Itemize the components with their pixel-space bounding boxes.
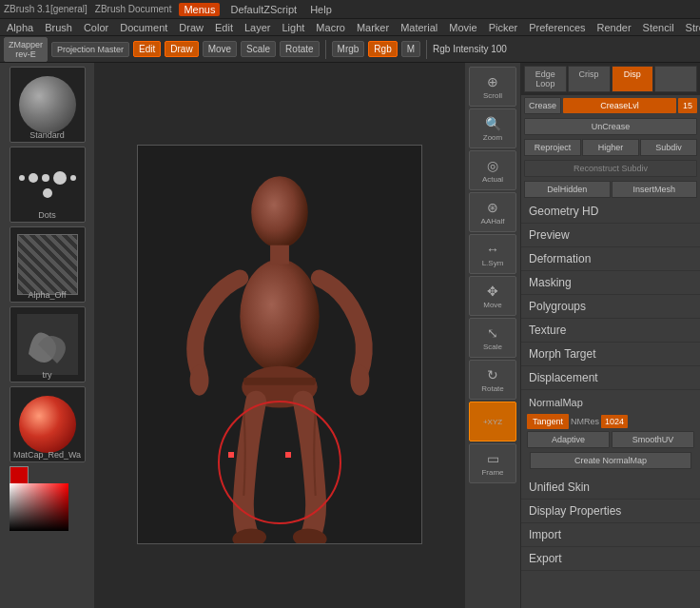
move-tool[interactable]: ✥ Move: [469, 276, 516, 316]
adaptive-button[interactable]: Adaptive: [527, 431, 610, 448]
gradient-square[interactable]: [10, 483, 68, 531]
menu-movie[interactable]: Movie: [446, 22, 479, 33]
menu-stroke[interactable]: Stroke: [683, 22, 700, 33]
menus-button[interactable]: Menus: [179, 3, 220, 16]
brush-try[interactable]: try: [10, 306, 86, 382]
reproject-button[interactable]: Reproject: [524, 139, 581, 156]
default-zscript-menu[interactable]: DefaultZScript: [227, 4, 300, 15]
app-title: ZBrush 3.1[general]: [4, 4, 88, 14]
menu-draw[interactable]: Draw: [176, 22, 206, 33]
menu-macro[interactable]: Macro: [313, 22, 348, 33]
tangent-button[interactable]: Tangent: [527, 414, 569, 429]
export-section[interactable]: Export: [521, 547, 700, 571]
subdiv-button[interactable]: Subdiv: [640, 139, 697, 156]
menu-alpha[interactable]: Alpha: [4, 22, 36, 33]
displacement-section[interactable]: Displacement: [521, 366, 700, 390]
rotate-button[interactable]: Rotate: [280, 41, 319, 57]
viewport-frame[interactable]: [137, 145, 422, 544]
preview-section[interactable]: Preview: [521, 224, 700, 247]
reconstruct-button[interactable]: Reconstruct Subdiv: [524, 160, 697, 177]
menu-color[interactable]: Color: [81, 22, 111, 33]
disp-btn[interactable]: Disp: [612, 66, 654, 92]
import-section[interactable]: Import: [521, 523, 700, 547]
geometry-hd-section[interactable]: Geometry HD: [521, 200, 700, 224]
higher-button[interactable]: Higher: [582, 139, 639, 156]
normalmap-label[interactable]: NormalMap: [524, 393, 697, 412]
display-properties-section[interactable]: Display Properties: [521, 500, 700, 523]
rotate-tool[interactable]: ↻ Rotate: [469, 360, 516, 400]
texture-section[interactable]: Texture: [521, 319, 700, 343]
top-menu-bar: ZBrush 3.1[general] ZBrush Document Menu…: [0, 0, 700, 19]
scroll-label: Scroll: [483, 91, 502, 100]
actual-tool[interactable]: ◎ Actual: [469, 150, 516, 190]
extra-btn[interactable]: [654, 66, 697, 92]
menu-light[interactable]: Light: [280, 22, 308, 33]
zoom-label: Zoom: [483, 133, 502, 142]
morph-target-section[interactable]: Morph Target: [521, 343, 700, 366]
nmres-value: 1024: [601, 415, 628, 428]
crease-level: CreaseLvl: [563, 98, 676, 113]
smoothuv-button[interactable]: SmoothUV: [612, 431, 694, 448]
draw-button[interactable]: Draw: [165, 41, 198, 57]
brush-dots[interactable]: Dots: [10, 147, 86, 223]
center-canvas[interactable]: [95, 63, 464, 608]
color-picker[interactable]: [10, 466, 86, 533]
masking-section[interactable]: Masking: [521, 271, 700, 295]
unified-skin-section[interactable]: Unified Skin: [521, 476, 700, 500]
uncrease-button[interactable]: UnCrease: [524, 118, 697, 135]
zoom-tool[interactable]: 🔍 Zoom: [469, 108, 516, 148]
scale-button[interactable]: Scale: [241, 41, 276, 57]
scroll-tool[interactable]: ⊕ Scroll: [469, 67, 516, 107]
rotate-icon: ↻: [487, 367, 498, 382]
projection-master-button[interactable]: Projection Master: [51, 42, 129, 57]
svg-point-3: [190, 364, 209, 395]
crisp-btn[interactable]: Crisp: [568, 66, 611, 92]
zmapper-button[interactable]: ZMapperrev-E: [4, 37, 48, 62]
insert-mesh-button[interactable]: InsertMesh: [612, 181, 698, 198]
matcap-label: MatCap_Red_Wa: [10, 450, 85, 460]
menu-material[interactable]: Material: [398, 22, 440, 33]
menu-stencil[interactable]: Stencil: [640, 22, 677, 33]
actual-label: Actual: [482, 175, 503, 184]
del-hidden-button[interactable]: DelHidden: [524, 181, 611, 198]
menu-layer[interactable]: Layer: [242, 22, 274, 33]
menu-prefs[interactable]: Preferences: [526, 22, 588, 33]
brush-alpha-label: Alpha_Off: [10, 290, 85, 300]
nmres-row: NMRes 1024: [571, 415, 694, 428]
help-menu[interactable]: Help: [307, 4, 335, 15]
menu-edit[interactable]: Edit: [212, 22, 236, 33]
lsym-label: L.Sym: [482, 259, 504, 267]
aahalf-tool[interactable]: ⊛ AAHalf: [469, 192, 516, 232]
polygroups-section[interactable]: Polygroups: [521, 295, 700, 319]
matcap-red[interactable]: MatCap_Red_Wa: [10, 386, 86, 462]
adaptive-row: Adaptive SmoothUV: [527, 431, 694, 448]
frame-tool[interactable]: ▭ Frame: [469, 443, 516, 483]
menu-picker[interactable]: Picker: [486, 22, 521, 33]
tangent-row: Tangent NMRes 1024: [527, 414, 694, 429]
edge-loop-btn[interactable]: Edge Loop: [524, 66, 567, 92]
move-button[interactable]: Move: [203, 41, 237, 57]
m-button[interactable]: M: [401, 41, 420, 57]
menu-marker[interactable]: Marker: [354, 22, 392, 33]
brush-standard[interactable]: Standard: [10, 67, 86, 143]
brush-alpha-off[interactable]: Alpha_Off: [10, 226, 86, 303]
menu-brush[interactable]: Brush: [42, 22, 75, 33]
mrgb-button[interactable]: Mrgb: [332, 41, 365, 57]
create-normalmap-button[interactable]: Create NormalMap: [530, 452, 691, 469]
delhidden-row: DelHidden InsertMesh: [521, 179, 700, 200]
deformation-section[interactable]: Deformation: [521, 247, 700, 271]
lsym-tool[interactable]: ↔ L.Sym: [469, 234, 516, 274]
scale-tool-label: Scale: [483, 343, 502, 351]
nmres-label: NMRes: [571, 417, 599, 426]
normalmap-controls: Tangent NMRes 1024 Adaptive SmoothUV Cre…: [524, 412, 697, 473]
rgb-button[interactable]: Rgb: [368, 41, 397, 57]
edit-button[interactable]: Edit: [133, 41, 161, 57]
toolbar-sep1: [325, 40, 326, 59]
menu-document[interactable]: Document: [117, 22, 170, 33]
zoom-icon: 🔍: [485, 116, 501, 131]
xyz-tool[interactable]: +XYZ: [469, 402, 516, 441]
menu-render[interactable]: Render: [594, 22, 634, 33]
crease-button[interactable]: Crease: [524, 97, 561, 114]
color-swatch[interactable]: [10, 466, 29, 485]
scale-tool[interactable]: ⤡ Scale: [469, 318, 516, 358]
